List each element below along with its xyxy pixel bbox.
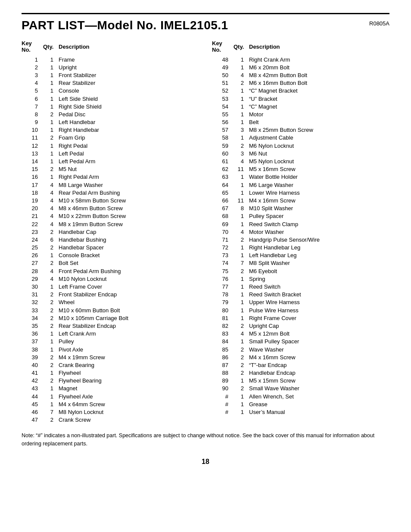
qty-cell: 3: [234, 126, 249, 134]
key-no-cell: 75: [212, 267, 234, 275]
table-row: 72 1 Right Handlebar Leg: [212, 244, 389, 252]
qty-cell: 1: [234, 299, 249, 306]
qty-cell: 4: [43, 205, 59, 212]
left-header-row: Key No. Qty. Description: [22, 40, 199, 56]
qty-cell: 2: [43, 110, 59, 118]
qty-cell: 2: [43, 259, 59, 267]
key-no-cell: 25: [22, 244, 43, 252]
key-no-cell: 82: [212, 322, 234, 330]
desc-cell: M5 Nut: [59, 165, 199, 173]
table-row: 8 2 Pedal Disc: [22, 110, 199, 118]
key-no-cell: 55: [212, 110, 234, 118]
qty-cell: 1: [43, 95, 59, 103]
key-no-cell: 17: [22, 181, 43, 189]
qty-cell: 1: [234, 291, 249, 299]
table-row: 31 2 Front Stabilizer Endcap: [22, 291, 199, 299]
table-row: 78 1 Reed Switch Bracket: [212, 291, 389, 299]
table-row: 53 1 “U” Bracket: [212, 95, 389, 103]
table-row: 35 2 Rear Stabilizer Endcap: [22, 322, 199, 330]
desc-cell: Handlebar Cap: [59, 228, 199, 236]
qty-cell: 7: [234, 259, 249, 267]
qty-cell: 1: [43, 400, 59, 408]
desc-cell: Motor: [249, 110, 389, 118]
qty-cell: 2: [43, 322, 59, 330]
table-row: 76 1 Spring: [212, 275, 389, 283]
table-row: 84 1 Small Pulley Spacer: [212, 338, 389, 345]
desc-cell: M5 Nylon Locknut: [249, 157, 389, 165]
desc-cell: M4 x 16mm Screw: [249, 353, 389, 361]
table-row: 79 1 Upper Wire Harness: [212, 299, 389, 306]
desc-cell: M8 x 46mm Button Screw: [59, 205, 199, 212]
left-column: Key No. Qty. Description 1 1 Frame 2 1 U…: [22, 40, 199, 424]
desc-cell: M10 x 105mm Carriage Bolt: [59, 314, 199, 322]
key-no-cell: 84: [212, 338, 234, 345]
desc-cell: Right Side Shield: [59, 103, 199, 110]
desc-cell: Foam Grip: [59, 134, 199, 142]
desc-cell: “U” Bracket: [249, 95, 389, 103]
table-row: 14 1 Left Pedal Arm: [22, 157, 199, 165]
qty-cell: 2: [234, 353, 249, 361]
qty-cell: 1: [234, 244, 249, 252]
desc-cell: Pulse Wire Harness: [249, 306, 389, 314]
qty-cell: 1: [234, 103, 249, 110]
desc-cell: Flywheel: [59, 369, 199, 377]
qty-cell: 1: [43, 369, 59, 377]
table-row: 60 3 M6 Nut: [212, 149, 389, 157]
key-no-cell: 76: [212, 275, 234, 283]
table-row: 21 4 M10 x 22mm Button Screw: [22, 212, 199, 220]
table-row: 26 1 Console Bracket: [22, 252, 199, 259]
key-no-cell: 90: [212, 385, 234, 392]
qty-cell: 2: [43, 361, 59, 369]
key-no-cell: 29: [22, 275, 43, 283]
qty-cell: 1: [43, 173, 59, 181]
key-no-cell: 47: [22, 416, 43, 424]
page-title: PART LIST—Model No. IMEL2105.1: [22, 19, 228, 32]
key-no-cell: 43: [22, 385, 43, 392]
key-no-cell: 27: [22, 259, 43, 267]
table-row: 12 1 Right Pedal: [22, 142, 199, 149]
qty-cell: 4: [234, 71, 249, 79]
key-no-cell: 33: [22, 306, 43, 314]
desc-cell: M6 x 16mm Button Bolt: [249, 79, 389, 87]
desc-cell: Flywheel Bearing: [59, 377, 199, 385]
key-no-cell: 68: [212, 212, 234, 220]
qty-cell: 2: [234, 79, 249, 87]
desc-cell: Reed Switch: [249, 283, 389, 290]
table-row: 5 1 Console: [22, 87, 199, 95]
table-row: 89 1 M5 x 15mm Screw: [212, 377, 389, 385]
desc-cell: Left Side Shield: [59, 95, 199, 103]
key-no-cell: 24: [22, 236, 43, 243]
table-row: # 1 User’s Manual: [212, 408, 389, 416]
table-row: 69 1 Reed Switch Clamp: [212, 220, 389, 228]
desc-cell: Reed Switch Clamp: [249, 220, 389, 228]
key-no-cell: 66: [212, 196, 234, 204]
key-no-cell: 78: [212, 291, 234, 299]
key-no-cell: 61: [212, 157, 234, 165]
qty-cell: 2: [234, 267, 249, 275]
desc-cell: Water Bottle Holder: [249, 173, 389, 181]
key-no-cell: 86: [212, 353, 234, 361]
table-row: 44 1 Flywheel Axle: [22, 392, 199, 400]
qty-cell: 1: [43, 149, 59, 157]
table-row: 11 2 Foam Grip: [22, 134, 199, 142]
key-no-cell: 77: [212, 283, 234, 290]
table-row: 20 4 M8 x 46mm Button Screw: [22, 205, 199, 212]
qty-cell: 2: [234, 322, 249, 330]
key-no-cell: 62: [212, 165, 234, 173]
table-row: 18 4 Rear Pedal Arm Bushing: [22, 189, 199, 196]
table-row: 81 1 Right Frame Cover: [212, 314, 389, 322]
table-row: 66 11 M4 x 16mm Screw: [212, 196, 389, 204]
qty-cell: 1: [234, 95, 249, 103]
qty-cell: 4: [43, 181, 59, 189]
qty-cell: 1: [43, 126, 59, 134]
key-no-cell: 18: [22, 189, 43, 196]
key-no-cell: 42: [22, 377, 43, 385]
desc-cell: Pulley Spacer: [249, 212, 389, 220]
key-no-cell: 41: [22, 369, 43, 377]
desc-cell: Flywheel Axle: [59, 392, 199, 400]
desc-cell: Right Handlebar: [59, 126, 199, 134]
table-row: 85 2 Wave Washer: [212, 345, 389, 353]
key-no-cell: 72: [212, 244, 234, 252]
parts-list-columns: Key No. Qty. Description 1 1 Frame 2 1 U…: [22, 40, 389, 424]
desc-cell: Left Frame Cover: [59, 283, 199, 290]
